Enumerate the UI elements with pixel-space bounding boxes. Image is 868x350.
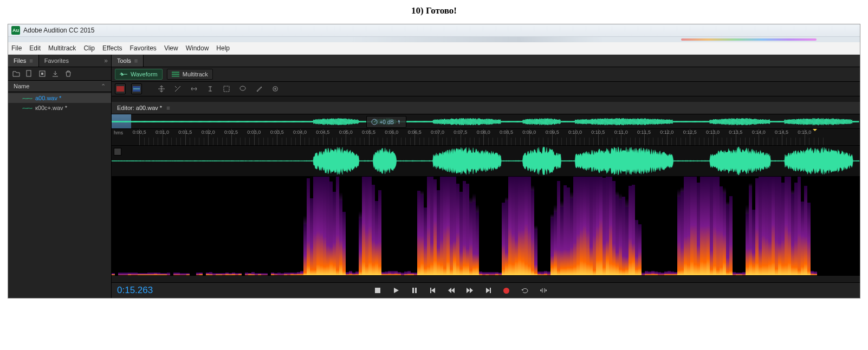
pause-button[interactable]: [410, 286, 419, 295]
editing-toolbar: [112, 82, 860, 96]
navigator-overview[interactable]: +0 dB: [112, 114, 860, 129]
menu-effects[interactable]: Effects: [102, 44, 122, 52]
spectrogram-display[interactable]: [112, 177, 860, 276]
tab-favorites[interactable]: Favorites: [39, 55, 74, 67]
timeline-tick-label: 0:06,0: [385, 129, 398, 135]
files-name-header[interactable]: Name ⌃: [8, 81, 111, 92]
timeline-tick-label: 0:00,5: [133, 129, 146, 135]
timeline-tick-label: 0:07,0: [431, 129, 444, 135]
menu-view[interactable]: View: [164, 44, 178, 52]
timeline-tick-label: 0:08,0: [477, 129, 490, 135]
lasso-tool-icon[interactable]: [237, 83, 248, 94]
trash-icon[interactable]: [64, 70, 72, 77]
loop-button[interactable]: [521, 286, 529, 295]
app-badge-icon: Au: [11, 26, 20, 35]
timeline-tick-label: 0:09,5: [546, 129, 559, 135]
new-file-icon[interactable]: [25, 70, 33, 77]
spectral-display-icon[interactable]: [115, 83, 126, 94]
transport-bar: 0:15.263: [112, 283, 860, 298]
timecode-display[interactable]: 0:15.263: [117, 285, 153, 296]
record-button[interactable]: [502, 286, 511, 295]
skip-forward-button[interactable]: [484, 286, 493, 295]
timeline-tick-label: 0:10,0: [568, 129, 582, 135]
heal-tool-icon[interactable]: [270, 83, 281, 94]
menu-file[interactable]: File: [11, 44, 22, 52]
editor-panel-title: Editor: a00.wav *: [117, 105, 162, 111]
volume-hud[interactable]: +0 dB: [366, 116, 406, 128]
menu-help[interactable]: Help: [216, 44, 230, 52]
file-item[interactable]: ⁓⁓ a00.wav *: [8, 93, 111, 103]
page-caption: 10) Готово!: [0, 0, 868, 24]
timeline-tick-label: 0:14,0: [752, 129, 766, 135]
panel-menu-icon[interactable]: ≡: [29, 57, 33, 64]
timeline-tick-label: 0:15,0: [798, 129, 811, 135]
window-title: Adobe Audition CC 2015: [23, 27, 94, 34]
skip-selection-button[interactable]: [539, 286, 548, 295]
menu-window[interactable]: Window: [186, 44, 209, 52]
pin-icon[interactable]: [396, 119, 401, 125]
timeline-tick-label: 0:09,0: [522, 129, 536, 135]
timeline-tick-label: 0:08,5: [500, 129, 513, 135]
tab-tools[interactable]: Tools ≡: [112, 55, 144, 67]
menu-multitrack[interactable]: Multitrack: [48, 44, 76, 52]
overview-waveform: [112, 116, 859, 127]
tab-files[interactable]: Files ≡: [8, 55, 39, 67]
timeline-tick-label: 0:04,5: [316, 129, 329, 135]
rewind-button[interactable]: [447, 286, 456, 295]
timeline-tick-label: 0:06,5: [408, 129, 422, 135]
tab-favorites-label: Favorites: [44, 57, 69, 64]
editor-panel-header: Editor: a00.wav * ≡: [112, 102, 860, 114]
multitrack-view-button[interactable]: Multitrack: [167, 69, 213, 80]
timeline-tick-label: 0:03,5: [270, 129, 284, 135]
horizontal-scrollbar[interactable]: [112, 276, 860, 283]
svg-rect-14: [415, 288, 417, 293]
open-file-icon[interactable]: [12, 70, 20, 77]
panel-menu-icon[interactable]: ≡: [166, 105, 170, 111]
brush-tool-icon[interactable]: [254, 83, 264, 94]
waveform-file-icon: ⁓⁓: [22, 105, 32, 111]
svg-rect-0: [27, 70, 31, 76]
waveform-view-label: Waveform: [131, 71, 158, 77]
main-area: Tools ≡ Waveform Multitrack: [112, 55, 860, 298]
multitrack-view-label: Multitrack: [183, 71, 208, 77]
waveform-view-button[interactable]: Waveform: [115, 69, 163, 80]
record-file-icon[interactable]: [38, 70, 46, 77]
timeline-tick-label: 0:05,0: [339, 129, 353, 135]
marquee-tool-icon[interactable]: [221, 83, 232, 94]
play-button[interactable]: [392, 286, 400, 295]
svg-rect-2: [41, 73, 43, 75]
waveform-icon: [120, 72, 127, 77]
menu-clip[interactable]: Clip: [83, 44, 95, 52]
file-item-label: a00.wav *: [35, 95, 61, 101]
time-selection-tool-icon[interactable]: [205, 83, 216, 94]
import-icon[interactable]: [51, 70, 59, 77]
slip-tool-icon[interactable]: [189, 83, 199, 94]
move-tool-icon[interactable]: [156, 83, 167, 94]
stop-button[interactable]: [373, 286, 382, 295]
menu-favorites[interactable]: Favorites: [130, 44, 157, 52]
svg-rect-12: [375, 288, 380, 293]
svg-rect-8: [224, 86, 229, 92]
timeline-tick-label: 0:01,5: [178, 129, 192, 135]
timeline-ruler[interactable]: hms 0:00,50:01,00:01,50:02,00:02,50:03,0…: [112, 129, 860, 146]
timeline-tick-label: 0:12,0: [660, 129, 673, 135]
pitch-display-icon[interactable]: [131, 83, 142, 94]
menu-edit[interactable]: Edit: [29, 44, 41, 52]
multitrack-icon: [172, 72, 179, 77]
panel-menu-icon[interactable]: ≡: [134, 57, 138, 64]
svg-rect-3: [172, 72, 179, 73]
panel-expand-icon[interactable]: »: [101, 57, 111, 64]
sort-arrow-icon: ⌃: [101, 83, 106, 90]
fast-forward-button[interactable]: [465, 286, 474, 295]
tab-tools-label: Tools: [117, 57, 131, 64]
skip-back-button[interactable]: [429, 286, 437, 295]
razor-tool-icon[interactable]: [172, 83, 183, 94]
file-item[interactable]: ⁓⁓ к00c+.wav *: [8, 103, 111, 113]
name-header-label: Name: [14, 83, 29, 89]
svg-rect-4: [172, 74, 179, 75]
window-titlebar[interactable]: Au Adobe Audition CC 2015: [8, 24, 860, 37]
timeline-tick-label: 0:04,0: [293, 129, 307, 135]
titlebar-decoration: [8, 37, 860, 42]
file-item-label: к00c+.wav *: [35, 105, 67, 111]
waveform-display[interactable]: [112, 146, 860, 177]
